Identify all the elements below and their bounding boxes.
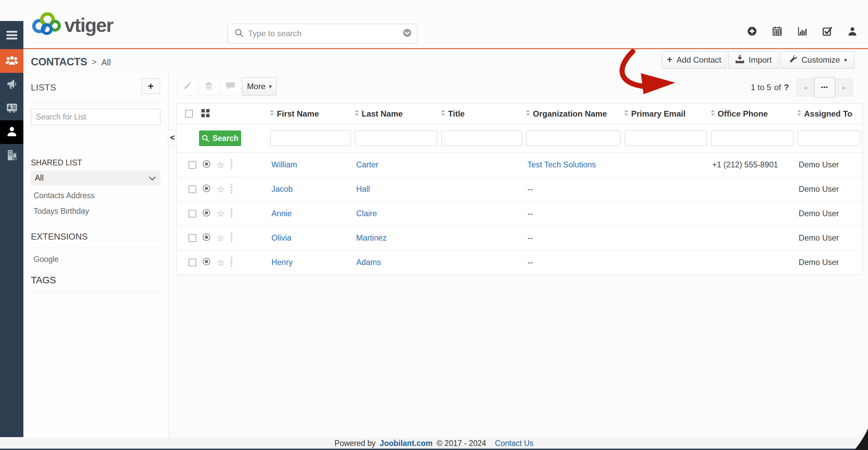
row-menu-kebab-icon[interactable] [230, 208, 233, 220]
prev-page-button[interactable]: ◄ [796, 79, 814, 96]
favorite-star-icon[interactable]: ☆ [217, 185, 224, 194]
filter-title[interactable] [441, 130, 522, 146]
shared-list-item-contacts-address[interactable]: Contacts Address [23, 188, 169, 203]
filter-office-phone[interactable] [711, 130, 793, 146]
pagination-of-label: of [774, 83, 781, 92]
favorite-star-icon[interactable]: ☆ [217, 258, 224, 267]
search-scope-dropdown-icon[interactable] [403, 28, 412, 39]
last-name-link[interactable]: Martinez [356, 233, 387, 242]
first-name-link[interactable]: Henry [272, 258, 293, 267]
filter-assigned-to[interactable] [797, 130, 861, 146]
search-icon [235, 28, 243, 39]
column-header-organization[interactable]: Organization Name [524, 104, 623, 124]
row-menu-kebab-icon[interactable] [230, 257, 233, 269]
filter-primary-email[interactable] [625, 130, 707, 146]
select-all-checkbox[interactable] [185, 110, 193, 118]
wrench-icon [788, 54, 797, 66]
vtiger-cloud-icon [29, 10, 64, 40]
more-button[interactable]: More ▾ [242, 77, 277, 96]
title-cell [439, 202, 524, 226]
collapse-panel-button[interactable]: < [168, 130, 177, 145]
primary-email-cell [623, 177, 709, 202]
column-header-primary-email[interactable]: Primary Email [623, 104, 709, 124]
row-checkbox[interactable] [189, 259, 196, 266]
column-header-assigned-to[interactable]: Assigned To [795, 104, 863, 124]
row-menu-kebab-icon[interactable] [230, 232, 233, 244]
organization-link[interactable]: Test Tech Solutions [528, 160, 596, 169]
office-phone-cell [709, 177, 795, 202]
column-header-first-name[interactable]: First Name [268, 104, 353, 124]
header-quick-icons [747, 26, 858, 37]
quick-create-icon[interactable] [747, 26, 757, 37]
row-checkbox[interactable] [189, 185, 196, 193]
pagination-range: 1 to 5 [751, 83, 771, 92]
import-button[interactable]: Import [728, 51, 778, 69]
favorite-star-icon[interactable]: ☆ [217, 161, 224, 169]
sidebar-item-organizations[interactable] [0, 144, 23, 168]
sidebar-item-contacts-selected[interactable] [0, 120, 23, 144]
reports-chart-icon[interactable] [797, 26, 808, 37]
more-label: More [247, 82, 265, 91]
add-list-button[interactable]: + [141, 78, 160, 94]
page-count-button[interactable]: ••• [814, 77, 835, 98]
table-search-button[interactable]: Search [199, 130, 241, 146]
first-name-link[interactable]: Annie [272, 209, 292, 218]
users-group-icon [5, 55, 18, 67]
filter-first-name[interactable] [270, 130, 351, 146]
hamburger-menu-icon[interactable] [0, 21, 23, 49]
add-contact-button[interactable]: + Add Contact [662, 51, 726, 69]
last-name-link[interactable]: Claire [356, 209, 377, 218]
quick-view-eye-icon[interactable] [202, 184, 211, 195]
comment-button[interactable] [220, 78, 241, 95]
list-search-input[interactable] [31, 109, 160, 125]
table-row: ☆ William Carter Test Tech Solutions +1 … [177, 153, 863, 177]
row-checkbox[interactable] [189, 161, 196, 169]
contact-us-link[interactable]: Contact Us [495, 439, 534, 448]
extension-item-google[interactable]: Google [23, 252, 169, 267]
tasks-check-icon[interactable] [822, 26, 833, 37]
last-name-link[interactable]: Adams [356, 258, 381, 267]
row-menu-kebab-icon[interactable] [230, 183, 233, 196]
breadcrumb-view[interactable]: All [101, 58, 111, 67]
filter-last-name[interactable] [355, 130, 437, 146]
sidebar-item-contacts-group[interactable] [0, 49, 23, 73]
user-profile-icon[interactable] [847, 26, 858, 37]
sidebar-item-campaigns[interactable] [0, 73, 23, 97]
next-page-button[interactable]: ► [835, 79, 853, 96]
customize-button[interactable]: Customize ▾ [781, 51, 854, 69]
last-name-link[interactable]: Hall [356, 185, 370, 193]
last-name-link[interactable]: Carter [356, 160, 378, 169]
favorite-star-icon[interactable]: ☆ [217, 209, 224, 218]
favorite-star-icon[interactable]: ☆ [217, 234, 224, 243]
assigned-to-cell: Demo User [795, 153, 863, 177]
first-name-link[interactable]: Jacob [272, 185, 293, 193]
row-menu-kebab-icon[interactable] [230, 159, 233, 171]
pagination-text: 1 to 5 of ? [751, 83, 789, 92]
joobilant-link[interactable]: Joobilant.com [380, 439, 433, 448]
list-view-main: < [169, 73, 868, 438]
quick-view-eye-icon[interactable] [202, 208, 211, 219]
quick-view-eye-icon[interactable] [202, 160, 211, 170]
column-header-office-phone[interactable]: Office Phone [709, 104, 795, 124]
global-search-input[interactable] [248, 29, 398, 38]
filter-organization[interactable] [526, 130, 620, 146]
first-name-link[interactable]: Olivia [272, 233, 292, 242]
shared-list-item-todays-birthday[interactable]: Todays Birthday [23, 204, 169, 219]
quick-view-eye-icon[interactable] [202, 233, 211, 244]
delete-button[interactable] [198, 78, 220, 95]
row-checkbox[interactable] [189, 234, 196, 242]
quick-view-eye-icon[interactable] [202, 257, 211, 268]
edit-button[interactable] [177, 78, 198, 95]
grid-view-icon[interactable] [201, 109, 210, 119]
calendar-icon[interactable] [772, 26, 783, 37]
sidebar-item-contact-cards[interactable] [0, 97, 23, 120]
table-header-row: First Name Last Name [177, 104, 863, 124]
first-name-link[interactable]: William [272, 160, 297, 169]
column-header-title[interactable]: Title [439, 104, 524, 124]
row-checkbox[interactable] [189, 210, 196, 218]
breadcrumb-module: CONTACTS [31, 56, 87, 68]
filter-row: Search [177, 124, 863, 153]
column-header-last-name[interactable]: Last Name [353, 104, 439, 124]
shared-list-filter-all[interactable]: All [31, 171, 160, 185]
sort-icon [526, 109, 530, 119]
